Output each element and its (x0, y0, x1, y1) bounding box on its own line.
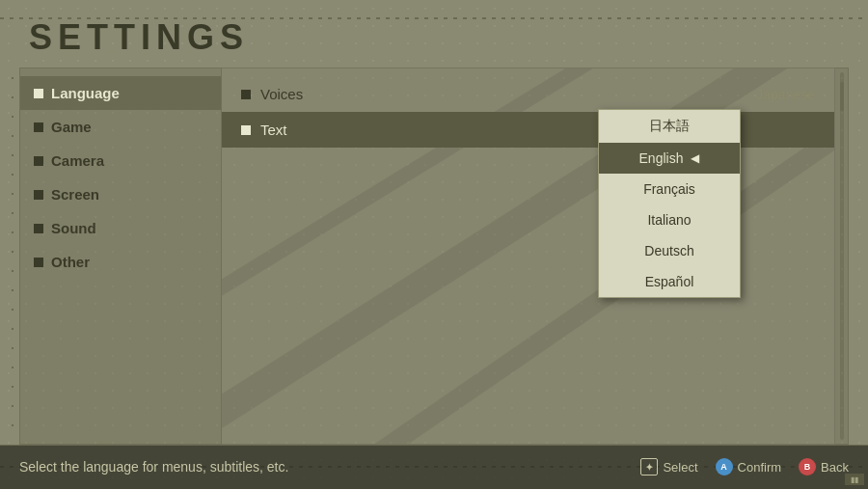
dropdown-option-japanese[interactable]: 日本語 (599, 110, 740, 143)
sidebar-item-icon (34, 156, 43, 166)
status-bar: Select the language for menus, subtitles… (0, 445, 868, 489)
setting-row-icon (241, 125, 251, 135)
sidebar-item-icon (34, 224, 43, 233)
status-help-text: Select the language for menus, subtitles… (19, 459, 640, 475)
page-title: SETTINGS (29, 17, 839, 58)
sidebar-item-game[interactable]: Game (20, 110, 221, 144)
scrollbar-thumb (840, 82, 844, 111)
setting-row-voices[interactable]: Voices Japanese (222, 76, 834, 112)
status-controls: ✦ Select A Confirm B Back (640, 458, 849, 475)
dropdown-option-english[interactable]: English ◀ (599, 143, 740, 174)
sidebar-item-language[interactable]: Language (20, 76, 221, 110)
sidebar-item-sound[interactable]: Sound (20, 211, 221, 245)
control-back: B Back (799, 458, 849, 475)
control-confirm: A Confirm (716, 458, 782, 475)
sidebar-item-label: Game (51, 119, 92, 135)
sidebar-item-label: Language (51, 85, 120, 101)
dropdown-option-italiano[interactable]: Italiano (599, 204, 740, 235)
scrollbar[interactable] (835, 68, 849, 445)
circle-icon: B (799, 458, 816, 475)
cross-icon: A (716, 458, 733, 475)
dropdown-option-deutsch[interactable]: Deutsch (599, 235, 740, 266)
setting-row-text[interactable]: Text (222, 112, 834, 148)
sidebar: Language Game Camera Screen Sound Other (19, 68, 222, 445)
dropdown-option-francais[interactable]: Français (599, 174, 740, 204)
sidebar-item-other[interactable]: Other (20, 245, 221, 279)
content-area: Language Game Camera Screen Sound Other (0, 68, 868, 445)
language-dropdown: 日本語 English ◀ Français Italiano Deutsch … (598, 109, 741, 298)
dropdown-option-espanol[interactable]: Español (599, 266, 740, 297)
control-back-label: Back (821, 460, 849, 475)
dropdown-selected-arrow: ◀ (691, 151, 699, 165)
corner-indicator: ▮▮ (845, 474, 864, 485)
sidebar-item-label: Camera (51, 152, 104, 169)
sidebar-item-icon (34, 89, 43, 98)
sidebar-item-label: Sound (51, 220, 96, 236)
control-select-label: Select (663, 460, 697, 475)
scrollbar-track (840, 72, 844, 440)
sidebar-item-label: Other (51, 254, 90, 270)
sidebar-item-icon (34, 190, 43, 200)
stick-icon: ✦ (640, 458, 658, 475)
sidebar-item-icon (34, 258, 43, 267)
sidebar-item-camera[interactable]: Camera (20, 144, 221, 177)
title-bar: SETTINGS (0, 0, 868, 68)
sidebar-item-screen[interactable]: Screen (20, 177, 221, 211)
control-select: ✦ Select (640, 458, 697, 475)
setting-row-icon (241, 90, 251, 99)
setting-voices-label: Voices (260, 86, 746, 102)
main-panel: Voices Japanese Text 日本語 English ◀ Franç… (222, 68, 835, 445)
main-container: SETTINGS Language Game Camera Screen (0, 0, 868, 489)
control-confirm-label: Confirm (738, 460, 782, 475)
sidebar-item-icon (34, 122, 43, 132)
setting-voices-value: Japanese (756, 87, 815, 102)
sidebar-item-label: Screen (51, 186, 99, 203)
